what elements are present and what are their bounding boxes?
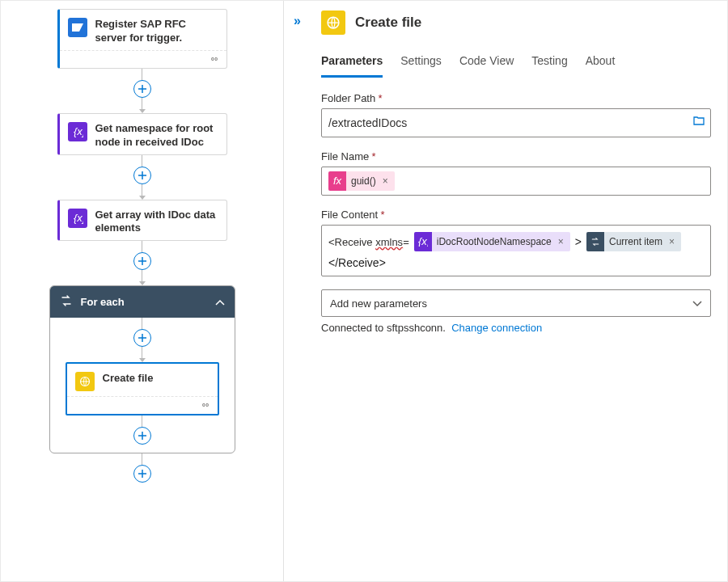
step-register-sap-rfc[interactable]: Register SAP RFC server for trigger.: [57, 9, 227, 69]
connection-info: Connected to sftpsshconn. Change connect…: [321, 322, 711, 334]
step-title: Get array with IDoc data elements: [95, 209, 218, 236]
folder-picker-icon[interactable]: [692, 114, 705, 129]
link-icon: [209, 53, 220, 65]
for-each-title: For each: [81, 296, 207, 308]
sap-icon: [68, 18, 87, 37]
add-step-button[interactable]: [133, 427, 151, 445]
folder-path-text[interactable]: [328, 113, 704, 133]
field-file-content: File Content * <Receive xmlns= {x} iDocR…: [321, 209, 711, 276]
step-title: Create file: [103, 372, 154, 386]
content-text: >: [575, 235, 582, 248]
tab-settings[interactable]: Settings: [400, 49, 442, 78]
add-step-button[interactable]: [133, 329, 151, 347]
step-title: Register SAP RFC server for trigger.: [95, 18, 218, 45]
token-guid[interactable]: fx guid() ×: [328, 171, 395, 191]
tab-about[interactable]: About: [586, 49, 616, 78]
connector: [133, 453, 151, 483]
for-each-header[interactable]: For each: [50, 286, 235, 318]
svg-text:fx: fx: [333, 176, 342, 186]
collapse-panel-button[interactable]: »: [294, 14, 301, 28]
link-icon: [200, 399, 211, 411]
svg-marker-0: [72, 23, 83, 32]
panel-header: Create file: [321, 11, 711, 49]
field-file-name: File Name * fx guid() ×: [321, 150, 711, 196]
add-step-button[interactable]: [133, 80, 151, 98]
tab-code-view[interactable]: Code View: [459, 49, 514, 78]
fx-icon: fx: [328, 171, 346, 191]
field-label: File Content *: [321, 209, 711, 221]
step-get-namespace[interactable]: {x} Get namespace for root node in recei…: [57, 113, 227, 155]
step-title: Get namespace for root node in received …: [95, 122, 218, 150]
svg-text:{x}: {x}: [74, 126, 83, 137]
token-idoc-namespace[interactable]: {x} iDocRootNodeNamespace ×: [414, 232, 570, 251]
svg-text:{x}: {x}: [418, 237, 428, 247]
file-name-input[interactable]: fx guid() ×: [321, 167, 711, 196]
file-content-input[interactable]: <Receive xmlns= {x} iDocRootNodeNamespac…: [321, 225, 711, 276]
svg-text:{x}: {x}: [74, 213, 83, 224]
connector: [133, 69, 151, 113]
add-step-button[interactable]: [133, 252, 151, 270]
change-connection-link[interactable]: Change connection: [451, 322, 542, 334]
connector: [133, 318, 151, 362]
field-label: File Name *: [321, 150, 711, 162]
designer-canvas: Register SAP RFC server for trigger. {x}…: [1, 1, 284, 581]
connector: [133, 155, 151, 200]
sftp-icon: [321, 11, 345, 35]
chevron-down-icon: [692, 297, 702, 310]
variable-icon: {x}: [414, 232, 432, 251]
content-text: <Receive xmlns=: [328, 235, 409, 248]
details-panel: » Create file Parameters Settings Code V…: [284, 1, 727, 581]
variable-icon: {x}: [68, 209, 87, 228]
sftp-icon: [75, 372, 95, 391]
connector: [133, 415, 151, 445]
add-step-button[interactable]: [133, 465, 151, 483]
token-current-item[interactable]: Current item ×: [586, 232, 681, 251]
tab-testing[interactable]: Testing: [531, 49, 567, 78]
tab-parameters[interactable]: Parameters: [321, 49, 383, 78]
step-create-file[interactable]: Create file: [66, 362, 219, 415]
step-get-array[interactable]: {x} Get array with IDoc data elements: [57, 200, 227, 242]
variable-icon: {x}: [68, 122, 87, 141]
connector: [133, 241, 151, 285]
panel-tabs: Parameters Settings Code View Testing Ab…: [321, 49, 711, 78]
loop-icon: [60, 294, 73, 310]
chevron-up-icon: [215, 296, 225, 308]
folder-path-input[interactable]: [321, 108, 711, 137]
panel-title: Create file: [355, 15, 421, 31]
add-step-button[interactable]: [133, 167, 151, 184]
token-remove-button[interactable]: ×: [381, 175, 390, 187]
token-remove-button[interactable]: ×: [557, 236, 565, 247]
field-folder-path: Folder Path *: [321, 92, 711, 137]
content-text: </Receive>: [328, 256, 704, 269]
add-new-parameters-dropdown[interactable]: Add new parameters: [321, 289, 711, 317]
field-label: Folder Path *: [321, 92, 711, 104]
loop-icon: [586, 232, 604, 251]
step-for-each: For each Create file: [49, 285, 235, 453]
token-remove-button[interactable]: ×: [667, 236, 676, 247]
